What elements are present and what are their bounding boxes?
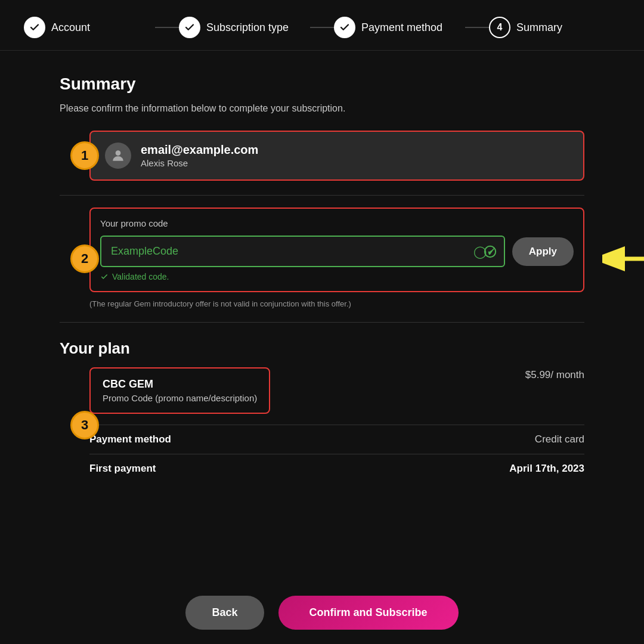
- plan-section-title: Your plan: [60, 339, 584, 358]
- plan-row: CBC GEM Promo Code (promo name/descripti…: [89, 367, 584, 414]
- plan-promo-desc: Promo Code (promo name/description): [103, 393, 257, 403]
- account-card: email@example.com Alexis Rose: [89, 131, 584, 181]
- step-summary-label: Summary: [516, 21, 562, 34]
- step-account: Account: [24, 17, 155, 38]
- apply-button[interactable]: Apply: [512, 237, 574, 266]
- account-name: Alexis Rose: [141, 158, 258, 168]
- step-account-icon: [24, 17, 45, 38]
- plan-name-box: CBC GEM Promo Code (promo name/descripti…: [89, 367, 270, 414]
- step-summary-number: 4: [497, 22, 503, 33]
- promo-label: Your promo code: [100, 218, 574, 228]
- badge-1: 1: [70, 141, 99, 170]
- promo-code-box: Your promo code ◯✓ Apply: [89, 208, 584, 292]
- page-title: Summary: [60, 75, 584, 94]
- first-payment-row: First payment April 17th, 2023: [89, 454, 584, 483]
- plan-price-value: $5.99: [525, 369, 551, 380]
- validated-label: Validated code.: [112, 272, 169, 281]
- payment-method-value: Credit card: [535, 434, 584, 445]
- step-payment-icon: [334, 17, 355, 38]
- plan-name: CBC GEM: [103, 378, 257, 391]
- svg-point-0: [116, 150, 121, 156]
- payment-method-label: Payment method: [89, 434, 171, 445]
- main-content: Summary Please confirm the information b…: [0, 51, 644, 507]
- promo-input-row: ◯✓ Apply: [100, 236, 574, 267]
- divider-1: [60, 195, 584, 196]
- step-sep-1: [155, 27, 179, 28]
- first-payment-label: First payment: [89, 463, 156, 475]
- step-bar: Account Subscription type Payment method…: [0, 0, 644, 51]
- promo-input-wrapper: ◯✓: [100, 236, 505, 267]
- step-sep-3: [465, 27, 489, 28]
- step-payment-label: Payment method: [361, 21, 442, 34]
- info-rows: Payment method Credit card First payment…: [89, 425, 584, 483]
- account-email: email@example.com: [141, 143, 258, 157]
- page-subtitle: Please confirm the information below to …: [60, 103, 584, 114]
- step-subscription: Subscription type: [179, 17, 310, 38]
- confirm-subscribe-button[interactable]: Confirm and Subscribe: [278, 596, 459, 630]
- promo-code-input[interactable]: [100, 236, 505, 267]
- account-info: email@example.com Alexis Rose: [141, 143, 258, 168]
- plan-price: $5.99/ month: [525, 367, 584, 381]
- avatar: [105, 143, 131, 169]
- step-account-label: Account: [51, 21, 90, 34]
- offer-note: (The regular Gem introductory offer is n…: [89, 298, 584, 310]
- plan-period: / month: [550, 369, 584, 380]
- bottom-bar: Back Confirm and Subscribe: [0, 581, 644, 644]
- step-sep-2: [310, 27, 334, 28]
- badge-2: 2: [70, 244, 99, 273]
- step-summary: 4 Summary: [489, 17, 620, 38]
- step-subscription-icon: [179, 17, 200, 38]
- first-payment-value: April 17th, 2023: [509, 463, 584, 475]
- step-payment: Payment method: [334, 17, 465, 38]
- validated-text: Validated code.: [100, 272, 574, 281]
- payment-method-row: Payment method Credit card: [89, 425, 584, 454]
- badge-3: 3: [70, 411, 99, 439]
- arrow-indicator: [602, 244, 644, 274]
- divider-2: [60, 322, 584, 323]
- step-subscription-label: Subscription type: [206, 21, 289, 34]
- step-summary-icon: 4: [489, 17, 510, 38]
- back-button[interactable]: Back: [185, 596, 264, 630]
